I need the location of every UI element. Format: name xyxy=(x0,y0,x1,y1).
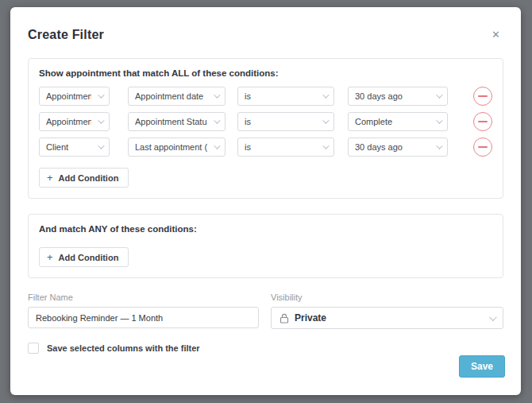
filter-name-group: Filter Name xyxy=(28,293,259,329)
add-condition-button[interactable]: + Add Condition xyxy=(39,247,129,267)
chevron-down-icon xyxy=(489,313,497,321)
filter-details-row: Filter Name Visibility Private xyxy=(28,293,503,329)
visibility-group: Visibility Private xyxy=(271,293,503,329)
remove-condition-button[interactable] xyxy=(473,138,492,157)
chevron-down-icon xyxy=(436,142,442,149)
chevron-down-icon xyxy=(322,117,329,123)
minus-icon xyxy=(478,146,488,148)
category-select[interactable]: Appointment xyxy=(39,87,110,106)
chevron-down-icon xyxy=(214,91,220,98)
add-condition-label: Add Condition xyxy=(59,173,119,183)
add-condition-button[interactable]: + Add Condition xyxy=(39,168,129,188)
plus-icon: + xyxy=(47,252,53,262)
match-all-heading: Show appointment that match ALL of these… xyxy=(39,68,492,78)
value-select[interactable]: 30 days ago xyxy=(348,87,448,106)
operator-select[interactable]: is xyxy=(237,112,334,131)
value-select-value: 30 days ago xyxy=(355,91,430,101)
visibility-label: Visibility xyxy=(271,293,503,302)
match-any-heading: And match ANY of these conditions: xyxy=(39,224,492,234)
chevron-down-icon xyxy=(214,117,220,123)
category-select-value: Appointment xyxy=(46,117,91,126)
chevron-down-icon xyxy=(436,91,442,98)
visibility-select-value: Private xyxy=(295,312,483,324)
category-select[interactable]: Client xyxy=(39,138,110,157)
field-select[interactable]: Last appointment (date) xyxy=(128,138,226,157)
add-condition-label: Add Condition xyxy=(59,253,119,262)
minus-icon xyxy=(478,121,488,122)
condition-row: Client Last appointment (date) is 30 day… xyxy=(39,138,492,157)
operator-select-value: is xyxy=(245,117,316,126)
condition-row: Appointment Appointment Status is Comple… xyxy=(39,112,492,131)
chevron-down-icon xyxy=(436,117,442,123)
create-filter-modal: Create Filter ✕ Show appointment that ma… xyxy=(10,7,521,395)
condition-row: Appointment Appointment date is 30 days … xyxy=(39,87,492,106)
match-all-section: Show appointment that match ALL of these… xyxy=(28,58,503,199)
value-select-value: 30 days ago xyxy=(355,142,430,152)
save-columns-label: Save selected columns with the filter xyxy=(47,343,200,353)
chevron-down-icon xyxy=(322,142,329,149)
visibility-select[interactable]: Private xyxy=(271,307,503,329)
value-select[interactable]: Complete xyxy=(348,112,448,131)
operator-select[interactable]: is xyxy=(237,138,334,157)
match-any-section: And match ANY of these conditions: + Add… xyxy=(28,214,503,278)
chevron-down-icon xyxy=(214,142,220,149)
filter-name-label: Filter Name xyxy=(28,293,259,302)
remove-condition-button[interactable] xyxy=(473,112,492,131)
modal-header: Create Filter ✕ xyxy=(28,7,503,43)
operator-select-value: is xyxy=(245,142,316,152)
filter-name-input[interactable] xyxy=(28,307,259,328)
plus-icon: + xyxy=(47,172,53,183)
field-select[interactable]: Appointment Status xyxy=(128,112,226,131)
remove-condition-button[interactable] xyxy=(473,87,492,106)
save-button[interactable]: Save xyxy=(459,355,505,378)
lock-icon xyxy=(279,313,289,324)
value-select[interactable]: 30 days ago xyxy=(348,138,448,157)
chevron-down-icon xyxy=(98,142,104,149)
category-select-value: Appointment xyxy=(46,91,91,101)
chevron-down-icon xyxy=(98,117,104,123)
field-select-value: Appointment date xyxy=(135,91,207,101)
field-select-value: Last appointment (date) xyxy=(135,142,207,152)
chevron-down-icon xyxy=(98,91,104,98)
chevron-down-icon xyxy=(322,91,329,98)
save-columns-row: Save selected columns with the filter xyxy=(28,343,503,354)
field-select-value: Appointment Status xyxy=(135,117,207,126)
value-select-value: Complete xyxy=(355,117,430,126)
operator-select[interactable]: is xyxy=(237,87,334,106)
field-select[interactable]: Appointment date xyxy=(128,87,226,106)
modal-title: Create Filter xyxy=(28,28,104,42)
close-icon[interactable]: ✕ xyxy=(488,26,503,43)
category-select[interactable]: Appointment xyxy=(39,112,110,131)
save-columns-checkbox[interactable] xyxy=(28,343,39,354)
category-select-value: Client xyxy=(46,142,91,152)
minus-icon xyxy=(478,95,488,97)
operator-select-value: is xyxy=(245,91,316,101)
